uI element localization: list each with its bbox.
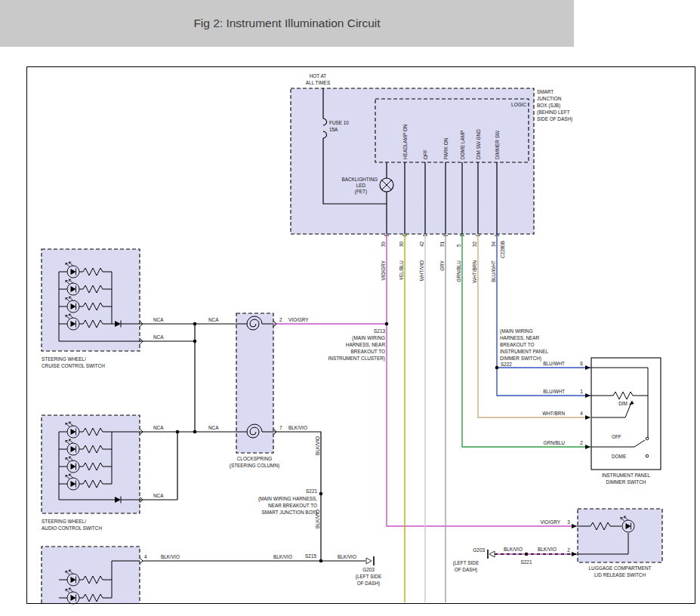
g203-right-label: G203 (473, 547, 485, 553)
figure-page: Fig 2: Instrument Illumination Circuit (0, 0, 700, 616)
luggage-switch-label: LUGGAGE COMPARTMENT (589, 565, 652, 571)
wire-color-label: YEL/BLU (399, 260, 404, 281)
clockspring-label: (STEERING COLUMN) (230, 463, 279, 469)
nca-label: NCA (153, 425, 164, 430)
connector-arrow (585, 365, 591, 370)
wire-color-label: WHT/BRN (542, 411, 565, 416)
luggage-switch-label: LID RELEASE SWITCH (594, 572, 646, 578)
clockspring-pin-number: 7 (279, 425, 282, 430)
wire-blu-wht (497, 234, 591, 396)
fuse-label: FUSE 10 (329, 120, 349, 125)
splice-s221b-dot (525, 553, 529, 556)
cruise-switch-label: STEERING WHEEL/ (42, 356, 86, 362)
s222-label: INSTRUMENT PANEL (500, 349, 548, 354)
s213-label: INSTRUMENT CLUSTER) (328, 356, 385, 362)
s213-label: S213 (374, 328, 385, 334)
wire-color-label: GRN/BLU (544, 440, 566, 445)
wire-color-label: BLK/VIO (504, 547, 523, 552)
splice-s215-dot (319, 559, 323, 563)
s215-label: S215 (305, 553, 316, 559)
backlighting-label: BACKLIGHTING (341, 177, 378, 182)
wire-color-label: BLK/VIO (273, 554, 292, 559)
logic-pin-label: HEADLAMP ON (402, 124, 408, 159)
wire-color-label: WHT/VIO (419, 260, 424, 281)
splice-dot (193, 322, 197, 326)
connector-arrow (585, 393, 591, 398)
wire-grn-blu (462, 234, 591, 447)
sjb-pin-number: 39 (381, 241, 386, 247)
hot-at-all-times-label: HOT AT (310, 73, 327, 79)
clockspring-label: CLOCKSPRING (237, 456, 273, 461)
fuse-label: 15A (329, 127, 338, 132)
off-contact (646, 437, 649, 440)
wire-color-label: BLK/VIO (161, 554, 180, 559)
splice-s221-dot (319, 492, 323, 496)
connector-arrow (585, 445, 591, 449)
s221b-label: S221 (521, 559, 532, 565)
audio-switch-label: STEERING WHEEL/ (42, 519, 86, 524)
wire-color-label: GRN/BLU (456, 260, 461, 282)
nca-wires (140, 324, 236, 500)
nca-label: NCA (153, 317, 164, 322)
s222-label: DIMMER SWITCH) (500, 356, 541, 362)
wire-color-label: BLU/WHT (543, 361, 565, 366)
sjb-pin-number: 32 (472, 241, 477, 247)
nca-label: NCA (208, 317, 219, 322)
sjb-pin-number: 5 (456, 244, 461, 247)
dim-label: DIM (618, 401, 628, 406)
s221-label: S221 (306, 488, 317, 494)
wire-color-label: BLK/VIO (315, 510, 320, 528)
wire-color-label: BLK/VIO (538, 547, 557, 552)
s222-label: S222 (501, 362, 512, 367)
logic-box (375, 99, 529, 162)
wire-color-label: VIO/GRY (381, 260, 386, 280)
g203-label: G203 (362, 567, 375, 572)
dimmer-switch-label: INSTRUMENT PANEL (602, 473, 650, 478)
g203-right-label: OF DASH) (455, 567, 478, 573)
g203-ground-icon (366, 558, 372, 564)
wire-color-label: WHT/BRN (472, 260, 477, 283)
dome-label: DOME (612, 454, 626, 459)
s222-label: (MAIN WIRING (500, 328, 533, 334)
pin-mark (140, 559, 143, 564)
dimmer-pin-number: 1 (580, 389, 583, 394)
s221-label: SMART JUNCTION BOX) (261, 510, 317, 516)
dimmer-switch-label: DIMMER SWITCH (606, 479, 646, 485)
sjb-pin-number: 34 (491, 241, 496, 247)
s213-label: (MAIN WIRING (352, 335, 385, 341)
wire-color-label: VIO/GRY (540, 519, 560, 525)
logic-pin-label: DIMMER SW (495, 130, 500, 159)
sjb-pin-number: 42 (419, 241, 424, 247)
bottom-switch-pin-number: 4 (144, 554, 147, 559)
dimmer-switch-box (591, 358, 661, 470)
wire-color-label: BLK/VIO (338, 554, 356, 559)
logic-pin-label: OFF (423, 149, 428, 159)
g203-right-label: (LEFT SIDE (453, 560, 479, 566)
dimmer-pin-number: 6 (580, 361, 583, 366)
backlighting-label: (FET) (355, 189, 367, 195)
s213-label: BREAKOUT TO (351, 349, 385, 354)
dimmer-pin-number: 2 (580, 440, 583, 445)
sjb-pin-number: 31 (439, 241, 445, 247)
g203-label: OF DASH) (357, 581, 381, 587)
s213-label: HARNESS, NEAR (346, 342, 386, 347)
backlighting-label: LED (356, 183, 366, 188)
nca-label: NCA (208, 425, 219, 430)
dimmer-pin-number: 4 (580, 411, 583, 416)
wire-color-label: BLU/WHT (543, 389, 565, 394)
audio-control-switch-box (42, 415, 140, 513)
s221-label: NEAR BREAKOUT TO (268, 503, 317, 508)
off-label: OFF (612, 434, 621, 439)
connector-id-label: C2280B (500, 241, 505, 258)
splice-dot (193, 430, 197, 434)
wiring-diagram: SMART JUNCTION BOX (SJB) (BEHIND LEFT SI… (0, 0, 700, 616)
splice-s213-dot (385, 322, 389, 326)
cruise-control-switch-box (42, 249, 140, 351)
bottom-switch-box-fill (42, 547, 140, 603)
s221-label: (MAIN WIRING HARNESS, (258, 496, 317, 502)
wire-color-label: GRY (439, 260, 445, 270)
wire-color-label: BLK/VIO (315, 436, 320, 455)
s222-label: HARNESS, NEAR (500, 335, 540, 340)
sjb-label: (BEHIND LEFT (537, 109, 570, 116)
g203-right-ground-icon (489, 551, 495, 557)
